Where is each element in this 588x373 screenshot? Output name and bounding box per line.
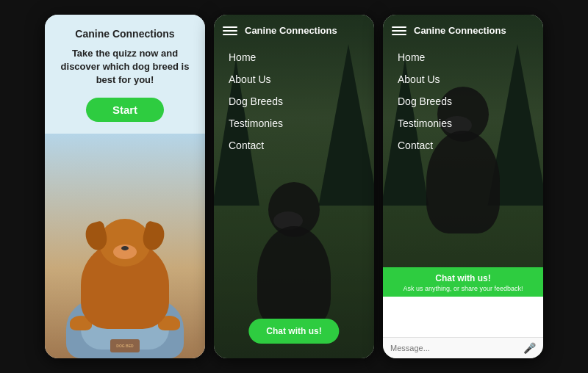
dog-area: DOG BED (45, 134, 205, 358)
chat-header: Chat with us! Ask us anything, or share … (383, 267, 543, 297)
nav-title-2: Canine Connections (245, 25, 337, 36)
nav-menu-3: Home About Us Dog Breeds Testimonies Con… (398, 51, 452, 151)
nav-item-contact-2[interactable]: Contact (229, 140, 283, 151)
nav-item-home-3[interactable]: Home (398, 51, 452, 63)
dog-silhouette-2 (243, 182, 345, 329)
dog-snout (113, 245, 137, 259)
nav-title-3: Canine Connections (414, 25, 506, 36)
dog-illustration: DOG BED (59, 197, 191, 358)
nav-header-2: Canine Connections (214, 15, 374, 43)
dog-nose (121, 246, 129, 250)
screen3-phone: Canine Connections Home About Us Dog Bre… (383, 15, 543, 358)
mic-icon[interactable]: 🎤 (523, 342, 536, 354)
bed-tag-text: DOG BED (116, 344, 133, 348)
chat-body (383, 297, 543, 337)
chat-header-subtitle: Ask us anything, or share your feedback! (392, 285, 534, 292)
dog-sil-body-2 (257, 226, 331, 329)
hamburger-icon-3[interactable] (392, 26, 406, 35)
chat-message-input[interactable] (390, 344, 519, 352)
nav-item-breeds-2[interactable]: Dog Breeds (229, 95, 283, 107)
dog-ear-left (83, 220, 110, 253)
screens-container: Canine Connections Take the quizz now an… (37, 7, 551, 366)
nav-menu-2: Home About Us Dog Breeds Testimonies Con… (229, 51, 283, 151)
nav-item-about-3[interactable]: About Us (398, 73, 452, 85)
tagline: Take the quizz now and discover which do… (57, 47, 193, 87)
nav-item-home-2[interactable]: Home (229, 51, 283, 63)
chat-header-title: Chat with us! (392, 273, 534, 283)
nav-item-testimonies-2[interactable]: Testimonies (229, 117, 283, 129)
chat-float-button[interactable]: Chat with us! (248, 319, 339, 344)
screen2-phone: Canine Connections Home About Us Dog Bre… (214, 15, 374, 358)
chat-widget: Chat with us! Ask us anything, or share … (383, 267, 543, 358)
start-button[interactable]: Start (86, 98, 164, 122)
nav-item-breeds-3[interactable]: Dog Breeds (398, 95, 452, 107)
screen1-top: Canine Connections Take the quizz now an… (45, 15, 205, 134)
nav-item-about-2[interactable]: About Us (229, 73, 283, 85)
dog-body (81, 241, 169, 329)
screen1-phone: Canine Connections Take the quizz now an… (45, 15, 205, 358)
nav-header-3: Canine Connections (383, 15, 543, 43)
dog-ear-right (140, 220, 168, 253)
bed-tag: DOG BED (110, 339, 140, 352)
app-title-1: Canine Connections (57, 28, 193, 40)
chat-input-row: 🎤 (383, 337, 543, 358)
nav-item-testimonies-3[interactable]: Testimonies (398, 117, 452, 129)
hamburger-icon-2[interactable] (223, 26, 237, 35)
nav-item-contact-3[interactable]: Contact (398, 140, 452, 151)
dog-head (99, 219, 151, 267)
